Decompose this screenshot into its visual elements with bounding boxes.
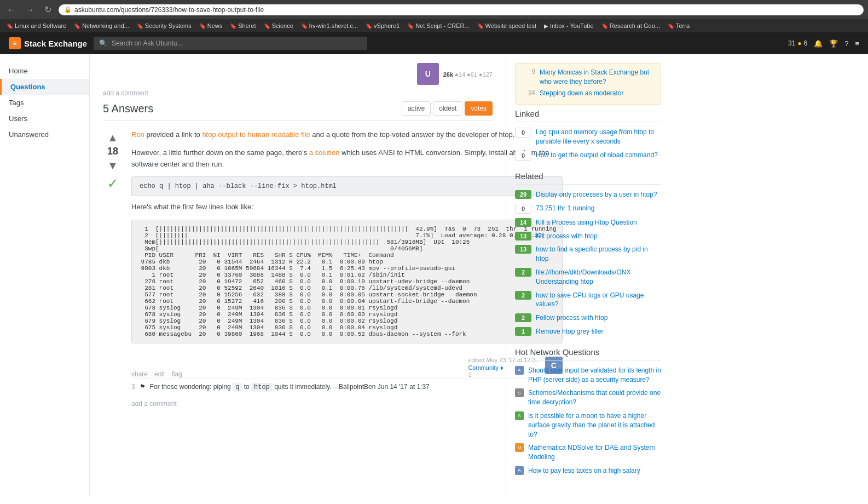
related-badge-3: 13 [515,232,531,240]
meta-num-stepping: 34 [522,89,535,96]
comment-flag-3[interactable]: ⚑ [140,383,146,391]
related-link-3[interactable]: Kill process with htop [536,232,598,241]
bookmark-hv[interactable]: 🔖 hv-win1.sheret.c... [298,21,361,30]
bookmark-icon-networking: 🔖 [74,23,80,29]
sort-tab-votes[interactable]: votes [465,101,493,116]
bookmark-label-research: Research at Goo... [610,22,660,29]
related-item-0: 29 Display only processes by a user in h… [515,190,661,199]
add-comment-top[interactable]: add a comment [103,89,493,97]
address-bar[interactable]: 🔒 askubuntu.com/questions/726333/how-to-… [59,4,864,15]
author-link-ron[interactable]: Ron [131,130,144,139]
meta-item-monicas: 9 Many Monicas in Stack Exchange but who… [522,68,654,87]
accepted-checkmark-1: ✓ [107,176,118,191]
forward-button[interactable]: → [23,4,37,16]
comment-author-3[interactable]: BallpointBen [339,383,375,391]
answer-body-1: Ron provided a link to htop output to hu… [131,129,563,412]
back-button[interactable]: ← [4,4,19,16]
related-item-8: 1 Remove htop grey filler [515,327,661,336]
edit-link-1[interactable]: edit [154,370,165,378]
related-badge-0: 29 [515,190,531,199]
main-layout: Home Questions Tags Users Unanswered U 2… [0,54,868,495]
hnq-link-1[interactable]: Schemes/Mechanisms that could provide on… [528,388,661,407]
bookmark-label-youtube: Inbox - YouTube [550,22,594,29]
help-icon[interactable]: ? [844,39,848,48]
hnq-link-3[interactable]: Mathematica NDSolve for DAE and System M… [528,443,661,462]
solution-link[interactable]: a solution [309,148,340,157]
downvote-button-1[interactable]: ▼ [105,157,121,174]
bookmark-netscript[interactable]: 🔖 Net Script - CRER... [404,21,472,30]
bookmark-icon-terra: 🔖 [668,23,674,29]
sidebar-item-questions[interactable]: Questions [0,79,89,95]
reload-button[interactable]: ↻ [42,3,54,16]
lock-icon: 🔒 [64,6,72,13]
related-link-6[interactable]: how to save CPU logs or GPU usage values… [536,291,661,310]
flag-link-1[interactable]: flag [171,370,182,378]
sort-tab-active[interactable]: active [402,101,431,116]
meta-link-monicas[interactable]: Many Monicas in Stack Exchange but who w… [540,68,654,87]
sort-tab-oldest[interactable]: oldest [433,101,462,116]
sidebar-item-home[interactable]: Home [0,63,89,79]
related-badge-2: 14 [515,218,531,227]
se-logo[interactable]: ≡ Stack Exchange [9,37,87,49]
bookmark-news[interactable]: 🔖 News [196,21,226,30]
add-comment-bottom[interactable]: add a comment [131,400,563,408]
inbox-icon[interactable]: 🔔 [814,39,823,48]
linked-link-0[interactable]: Log cpu and memory usage from htop to pa… [536,128,661,146]
trophy-icon[interactable]: 🏆 [829,39,838,48]
meta-link-stepping[interactable]: Stepping down as moderator [540,89,623,98]
sidebar-label-users: Users [9,114,27,123]
hnq-icon-3: M [515,443,524,452]
sidebar-item-tags[interactable]: Tags [0,95,89,111]
left-sidebar: Home Questions Tags Users Unanswered [0,54,90,495]
linked-item-1: 0 How to get the output of nload command… [515,151,661,161]
gold-badge-num: 6 [803,39,807,47]
related-item-5: 2 file:///home/dkb/Downloads/ONX Underst… [515,268,661,287]
sidebar-item-unanswered[interactable]: Unanswered [0,127,89,142]
bookmark-label-science: Science [272,22,293,29]
url-text: askubuntu.com/questions/726333/how-to-sa… [74,6,858,14]
bookmark-icon-science: 🔖 [264,23,270,29]
hnq-link-0[interactable]: Should user input be validated for its l… [528,366,661,385]
answers-title: 5 Answers [103,102,153,115]
bookmark-speedtest[interactable]: 🔖 Website speed test [474,21,540,30]
se-logo-text: Stack Exchange [24,39,87,48]
htop-output-link[interactable]: htop output to human readable file [202,130,310,139]
meta-num-monicas: 9 [522,68,535,76]
upvote-button-1[interactable]: ▲ [105,129,121,146]
comment-text-3: For those wondering: piping q to htop qu… [150,383,430,391]
related-link-5[interactable]: file:///home/dkb/Downloads/ONX Understan… [536,268,661,287]
related-link-0[interactable]: Display only processes by a user in htop… [536,190,657,199]
search-icon: 🔍 [99,39,107,47]
related-link-2[interactable]: Kill a Process using Htop Question [536,218,637,227]
hnq-box: Hot Network Questions A Should user inpu… [515,347,661,476]
share-link-1[interactable]: share [131,370,148,378]
bookmark-science[interactable]: 🔖 Science [261,21,297,30]
bookmark-terra[interactable]: 🔖 Terra [664,21,693,30]
bookmark-sheret[interactable]: 🔖 Sheret [227,21,259,30]
se-search[interactable]: 🔍 Search on Ask Ubuntu... [94,37,367,50]
bookmark-icon-speedtest: 🔖 [477,23,484,29]
bookmark-youtube[interactable]: ▶ Inbox - YouTube [541,21,597,30]
comment-vote-3[interactable]: 3 [131,383,135,391]
bookmark-linux[interactable]: 🔖 Linux and Software [3,21,70,30]
linked-link-1[interactable]: How to get the output of nload command? [536,151,658,160]
related-link-8[interactable]: Remove htop grey filler [536,327,603,336]
bookmark-vsphere[interactable]: 🔖 vSphere1 [362,21,403,30]
terminal-output-1: 1 [|||||||||||||||||||||||||||||||||||||… [131,220,563,343]
menu-icon[interactable]: ≡ [855,39,859,48]
sidebar-item-users[interactable]: Users [0,111,89,127]
hnq-link-2[interactable]: Is it possible for a moon to have a high… [528,411,661,439]
user-score-badge[interactable]: 31 ● 6 [788,39,807,47]
related-link-7[interactable]: Follow process with htop [536,313,607,323]
code-block-main: echo q | htop | aha --black --line-fix >… [131,176,563,196]
bookmark-networking[interactable]: 🔖 Networking and... [71,21,132,30]
hnq-link-4[interactable]: How to pay less taxes on a high salary [528,466,640,476]
user-avatar-top: U [417,63,439,85]
bookmark-security[interactable]: 🔖 Security Systems [134,21,195,30]
bookmark-icon-youtube: ▶ [544,23,548,29]
hnq-icon-4: A [515,466,524,475]
related-link-1[interactable]: 73 251 thr 1 running [536,204,594,213]
related-link-4[interactable]: how to find a specific process by pid in… [536,245,661,264]
editor-name-1[interactable]: Community ♦ [468,364,503,371]
bookmark-research[interactable]: 🔖 Research at Goo... [598,21,663,30]
